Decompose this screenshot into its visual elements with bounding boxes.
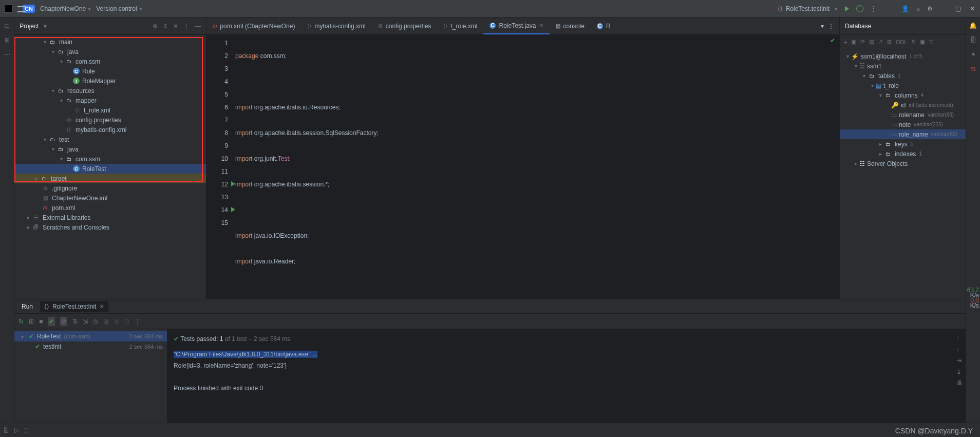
tree-item-mybatiscfg[interactable]: ⟨⟩mybatis-config.xml: [14, 125, 206, 135]
tree-item-mapper[interactable]: ▾🗀mapper: [14, 96, 206, 105]
more-tools-icon[interactable]: [3, 50, 11, 59]
toggle-ignore-icon[interactable]: ⊘: [60, 317, 67, 326]
services-icon[interactable]: ▷: [14, 427, 19, 434]
notifications-icon[interactable]: 🔔: [969, 22, 977, 30]
db-refresh-icon[interactable]: ⟳: [860, 39, 865, 45]
tree-item-roletest[interactable]: CRoleTest: [14, 164, 206, 174]
expand-all-icon[interactable]: ⇲: [83, 318, 88, 325]
options-icon[interactable]: ⋮: [183, 23, 190, 30]
tree-item-iml[interactable]: ▤ChapterNewOne.iml: [14, 193, 206, 203]
tabs-dropdown-icon[interactable]: ▾: [821, 23, 824, 30]
terminal-icon[interactable]: ⌶: [24, 427, 28, 434]
tree-item-test[interactable]: ▾🗀test: [14, 135, 206, 144]
db-filter-icon[interactable]: ▽: [929, 39, 933, 45]
tree-item-testjava[interactable]: ▾🗀java: [14, 144, 206, 154]
stop-icon[interactable]: ■: [39, 318, 43, 325]
collapse-icon[interactable]: ✕: [173, 23, 178, 30]
tab-pom[interactable]: mpom.xml (ChapterNewOne): [206, 17, 301, 34]
close-icon[interactable]: ✕: [969, 5, 976, 12]
tree-item-rolemapper[interactable]: IRoleMapper: [14, 76, 206, 86]
maven-tool-icon[interactable]: m: [969, 65, 977, 73]
tab-mybatis[interactable]: ⟨⟩mybatis-config.xml: [301, 17, 371, 34]
print-icon[interactable]: 🖶: [956, 379, 963, 387]
inspection-check-icon[interactable]: ✔: [830, 37, 835, 44]
db-table-trole[interactable]: ▾▦t_role: [840, 81, 966, 90]
db-run-icon[interactable]: ↯: [911, 39, 916, 45]
db-schema[interactable]: ▾☷ssm1: [840, 61, 966, 71]
tree-item-config[interactable]: ⚙config.properties: [14, 115, 206, 125]
db-col-id[interactable]: 🔑idint (auto increment): [840, 100, 966, 110]
tabs-more-icon[interactable]: ⋮: [828, 23, 834, 30]
minimize-icon[interactable]: —: [940, 5, 947, 12]
db-tx-icon[interactable]: ▣: [920, 39, 925, 45]
hide-icon[interactable]: —: [195, 23, 201, 30]
scroll-up-icon[interactable]: ↑: [956, 334, 963, 341]
run-tab-run[interactable]: Run: [17, 301, 37, 312]
db-add-icon[interactable]: +: [844, 39, 847, 45]
test-row-roletest[interactable]: ▾✔RoleTest(com.ssm)2 sec 584 ms: [14, 331, 167, 341]
toggle-pass-icon[interactable]: ✔: [48, 317, 55, 326]
tab-trole[interactable]: ⟨⟩t_role.xml: [437, 17, 483, 34]
db-col-rolename[interactable]: ▭rolenamevarchar(60): [840, 110, 966, 120]
db-jump-icon[interactable]: ↗: [878, 39, 883, 45]
screenshot-icon[interactable]: ⊡: [124, 318, 129, 325]
db-dup-icon[interactable]: ▣: [851, 39, 856, 45]
history-icon[interactable]: ◷: [93, 318, 98, 325]
rerun-icon[interactable]: ↻: [18, 318, 24, 325]
tree-item-role[interactable]: CRole: [14, 66, 206, 76]
expand-icon[interactable]: ⇕: [163, 23, 168, 30]
ai-tool-icon[interactable]: ✦: [969, 50, 977, 59]
tab-console[interactable]: ▤console: [550, 17, 591, 34]
scroll-down-icon[interactable]: ↓: [956, 346, 963, 353]
db-view-icon[interactable]: ⊞: [887, 39, 892, 45]
export-icon[interactable]: ⊕: [114, 318, 119, 325]
tree-item-pom[interactable]: mpom.xml: [14, 203, 206, 213]
db-columns[interactable]: ▾🗀columns4: [840, 90, 966, 100]
db-server-objects[interactable]: ▸☷Server Objects: [840, 159, 966, 168]
db-col-note[interactable]: ▭notevarchar(255): [840, 120, 966, 129]
db-tables[interactable]: ▾🗀tables1: [840, 71, 966, 81]
structure-tool-icon[interactable]: ⊞: [3, 36, 11, 44]
code-with-me-icon[interactable]: 👤: [901, 5, 909, 12]
maximize-icon[interactable]: ▢: [954, 5, 962, 12]
db-ddl-button[interactable]: DDL: [896, 39, 907, 45]
database-tool-icon[interactable]: 🗄: [969, 36, 977, 44]
tree-item-comssm[interactable]: ▾🗀com.ssm: [14, 56, 206, 66]
tab-r[interactable]: CR: [591, 17, 617, 34]
run-config-selector[interactable]: ⟨⟩RoleTest.testInit▾: [778, 5, 838, 12]
db-status-icon[interactable]: 🗄: [3, 427, 9, 434]
db-indexes[interactable]: ▸🗀indexes1: [840, 149, 966, 159]
project-view-chevron[interactable]: ▾: [44, 23, 47, 30]
more-icon[interactable]: ⋮: [871, 5, 877, 12]
sort-icon[interactable]: ⇅: [72, 318, 78, 325]
tree-item-gitignore[interactable]: ⊘.gitignore: [14, 183, 206, 193]
settings-icon[interactable]: ⚙: [927, 5, 933, 12]
app-icon[interactable]: [4, 5, 12, 13]
debug-icon[interactable]: [856, 5, 863, 12]
run-tab-config[interactable]: ⟨⟩RoleTest.testInit✕: [40, 301, 108, 312]
scroll-end-icon[interactable]: ⤓: [956, 368, 963, 375]
run-icon[interactable]: [845, 6, 849, 11]
tree-item-main[interactable]: ▾🗀main: [14, 37, 206, 47]
version-control[interactable]: Version control▾: [96, 5, 142, 12]
tree-item-extlib[interactable]: ▸☰External Libraries: [14, 213, 206, 222]
locate-icon[interactable]: ⊕: [153, 23, 158, 30]
test-row-testinit[interactable]: ✔testInit2 sec 584 ms: [14, 341, 167, 352]
db-connection[interactable]: ▾⚡ssm1@localhost1 of 5: [840, 51, 966, 61]
test-tree[interactable]: ▾✔RoleTest(com.ssm)2 sec 584 ms ✔testIni…: [14, 329, 167, 423]
rerun-failed-icon[interactable]: ⊞: [29, 318, 34, 325]
tree-item-java[interactable]: ▾🗀java: [14, 47, 206, 56]
soft-wrap-icon[interactable]: ⇥: [956, 357, 963, 364]
tree-item-testcom[interactable]: ▾🗀com.ssm: [14, 154, 206, 164]
db-stop-icon[interactable]: ▤: [869, 39, 874, 45]
tree-item-target[interactable]: ▸🗀target: [14, 174, 206, 183]
db-keys[interactable]: ▸🗀keys1: [840, 139, 966, 149]
project-name[interactable]: ChapterNewOne▾: [40, 5, 91, 12]
db-col-role-name[interactable]: ▭role_namevarchar(60): [840, 129, 966, 139]
project-tool-icon[interactable]: 🗀: [3, 22, 11, 30]
tree-item-resources[interactable]: ▾🗀resources: [14, 86, 206, 96]
tab-roletest[interactable]: CRoleTest.java✕: [483, 17, 549, 34]
search-icon[interactable]: ⌕: [916, 5, 920, 12]
database-tree[interactable]: ▾⚡ssm1@localhost1 of 5 ▾☷ssm1 ▾🗀tables1 …: [840, 49, 966, 170]
settings-run-icon[interactable]: ⋮: [135, 318, 141, 325]
